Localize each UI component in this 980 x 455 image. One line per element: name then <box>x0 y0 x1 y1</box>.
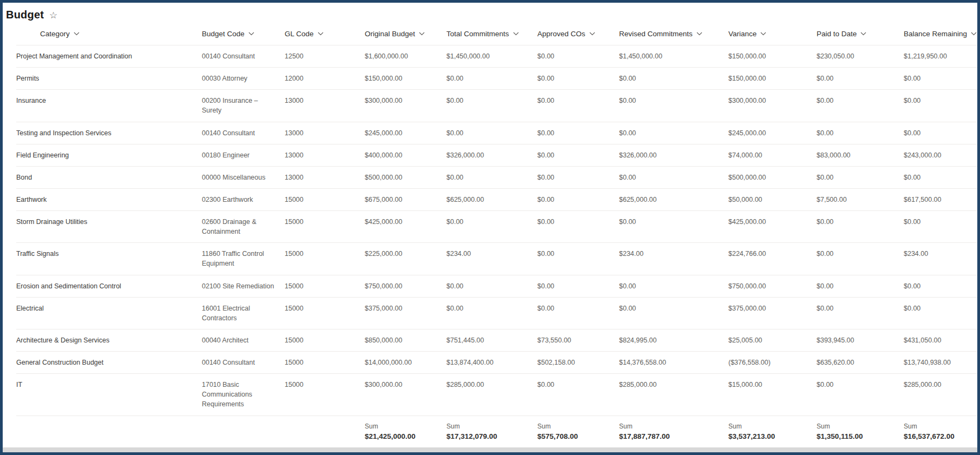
cell-budget-code: 00000 Miscellaneous <box>202 166 285 188</box>
sum-value: $1,350,115.00 <box>817 432 896 440</box>
cell-original-budget: $1,600,000.00 <box>365 45 446 68</box>
summary-balance-remaining: Sum $16,537,672.00 <box>904 416 977 446</box>
table-row[interactable]: Project Management and Coordination 0014… <box>16 45 977 68</box>
column-header-category[interactable]: Category <box>16 21 202 45</box>
cell-gl-code: 15000 <box>285 329 365 351</box>
cell-total-commitments: $0.00 <box>446 297 537 329</box>
cell-total-commitments: $1,450,000.00 <box>446 45 537 68</box>
table-body: Project Management and Coordination 0014… <box>16 45 977 416</box>
cell-paid-to-date: $0.00 <box>817 90 904 122</box>
cell-budget-code: 00200 Insurance – Surety <box>202 90 285 122</box>
table-row[interactable]: Field Engineering 00180 Engineer 13000 $… <box>16 144 977 166</box>
cell-revised-commitments: $0.00 <box>619 166 728 188</box>
chevron-down-icon <box>513 32 519 36</box>
cell-category: Permits <box>16 68 202 90</box>
cell-original-budget: $300,000.00 <box>365 90 446 122</box>
cell-variance: $245,000.00 <box>728 122 817 144</box>
cell-approved-cos: $0.00 <box>537 122 619 144</box>
cell-approved-cos: $0.00 <box>537 68 619 90</box>
cell-paid-to-date: $0.00 <box>817 297 904 329</box>
chevron-down-icon <box>971 32 977 36</box>
cell-balance-remaining: $243,000.00 <box>904 144 977 166</box>
cell-paid-to-date: $0.00 <box>817 275 904 297</box>
cell-revised-commitments: $0.00 <box>619 297 728 329</box>
column-header-total-commitments[interactable]: Total Commitments <box>446 21 537 45</box>
cell-variance: $25,005.00 <box>728 329 817 351</box>
table-header: Category Budget Code GL Code Original Bu… <box>16 21 977 45</box>
cell-original-budget: $675,000.00 <box>365 188 446 210</box>
table-row[interactable]: Storm Drainage Utilities 02600 Drainage … <box>16 211 977 243</box>
summary-revised-commitments: Sum $17,887,787.00 <box>619 416 728 446</box>
cell-total-commitments: $0.00 <box>446 68 537 90</box>
favorite-star-icon[interactable]: ☆ <box>49 10 57 20</box>
cell-gl-code: 15000 <box>285 275 365 297</box>
chevron-down-icon <box>74 32 80 36</box>
cell-budget-code: 02600 Drainage & Containment <box>202 211 285 243</box>
cell-category: Project Management and Coordination <box>16 45 202 68</box>
cell-category: Field Engineering <box>16 144 202 166</box>
app-window: Budget ☆ Category Budget Code GL Code <box>0 0 980 455</box>
sum-value: $575,708.00 <box>537 432 611 440</box>
cell-variance: $224,766.00 <box>728 243 817 275</box>
cell-original-budget: $300,000.00 <box>365 374 446 416</box>
cell-budget-code: 00040 Architect <box>202 329 285 351</box>
cell-total-commitments: $326,000.00 <box>446 144 537 166</box>
horizontal-scrollbar[interactable] <box>3 447 977 452</box>
title-bar: Budget ☆ <box>3 3 977 21</box>
cell-total-commitments: $751,445.00 <box>446 329 537 351</box>
cell-gl-code: 13000 <box>285 90 365 122</box>
cell-budget-code: 17010 Basic Communications Requirements <box>202 374 285 416</box>
cell-variance: $425,000.00 <box>728 211 817 243</box>
cell-variance: ($376,558.00) <box>728 352 817 374</box>
cell-category: Traffic Signals <box>16 243 202 275</box>
column-header-gl-code[interactable]: GL Code <box>285 21 365 45</box>
table-row[interactable]: Earthwork 02300 Earthwork 15000 $675,000… <box>16 188 977 210</box>
sum-value: $17,887,787.00 <box>619 432 721 440</box>
column-header-approved-cos[interactable]: Approved COs <box>537 21 619 45</box>
column-header-label: Approved COs <box>537 30 586 38</box>
table-row[interactable]: Electrical 16001 Electrical Contractors … <box>16 297 977 329</box>
summary-row: Sum $21,425,000.00 Sum $17,312,079.00 Su… <box>16 416 977 446</box>
cell-original-budget: $400,000.00 <box>365 144 446 166</box>
table-row[interactable]: Bond 00000 Miscellaneous 13000 $500,000.… <box>16 166 977 188</box>
chevron-down-icon <box>318 32 324 36</box>
sum-value: $3,537,213.00 <box>728 432 809 440</box>
table-row[interactable]: General Construction Budget 00140 Consul… <box>16 352 977 374</box>
cell-balance-remaining: $0.00 <box>904 122 977 144</box>
cell-category: Insurance <box>16 90 202 122</box>
summary-empty-cell <box>16 416 202 446</box>
cell-paid-to-date: $0.00 <box>817 68 904 90</box>
column-header-revised-commitments[interactable]: Revised Commitments <box>619 21 728 45</box>
table-row[interactable]: IT 17010 Basic Communications Requiremen… <box>16 374 977 416</box>
chevron-down-icon <box>248 32 254 36</box>
table-row[interactable]: Erosion and Sedimentation Control 02100 … <box>16 275 977 297</box>
table-row[interactable]: Architecture & Design Services 00040 Arc… <box>16 329 977 351</box>
table-row[interactable]: Testing and Inspection Services 00140 Co… <box>16 122 977 144</box>
cell-original-budget: $750,000.00 <box>365 275 446 297</box>
table-row[interactable]: Traffic Signals 11860 Traffic Control Eq… <box>16 243 977 275</box>
column-header-original-budget[interactable]: Original Budget <box>365 21 446 45</box>
cell-approved-cos: $73,550.00 <box>537 329 619 351</box>
column-header-paid-to-date[interactable]: Paid to Date <box>817 21 904 45</box>
column-header-label: Revised Commitments <box>619 30 693 38</box>
cell-budget-code: 02100 Site Remediation <box>202 275 285 297</box>
cell-variance: $300,000.00 <box>728 90 817 122</box>
column-header-label: Balance Remaining <box>904 30 967 38</box>
cell-category: Architecture & Design Services <box>16 329 202 351</box>
table-row[interactable]: Permits 00030 Attorney 12000 $150,000.00… <box>16 68 977 90</box>
cell-balance-remaining: $431,050.00 <box>904 329 977 351</box>
column-header-budget-code[interactable]: Budget Code <box>202 21 285 45</box>
summary-total-commitments: Sum $17,312,079.00 <box>446 416 537 446</box>
column-header-label: Paid to Date <box>817 30 857 38</box>
cell-original-budget: $245,000.00 <box>365 122 446 144</box>
cell-approved-cos: $0.00 <box>537 90 619 122</box>
column-header-variance[interactable]: Variance <box>728 21 817 45</box>
cell-variance: $15,000.00 <box>728 374 817 416</box>
column-header-balance-remaining[interactable]: Balance Remaining <box>904 21 977 45</box>
cell-revised-commitments: $0.00 <box>619 68 728 90</box>
column-header-label: Budget Code <box>202 30 245 38</box>
cell-revised-commitments: $0.00 <box>619 275 728 297</box>
cell-revised-commitments: $824,995.00 <box>619 329 728 351</box>
sum-value: $16,537,672.00 <box>904 432 970 440</box>
table-row[interactable]: Insurance 00200 Insurance – Surety 13000… <box>16 90 977 122</box>
